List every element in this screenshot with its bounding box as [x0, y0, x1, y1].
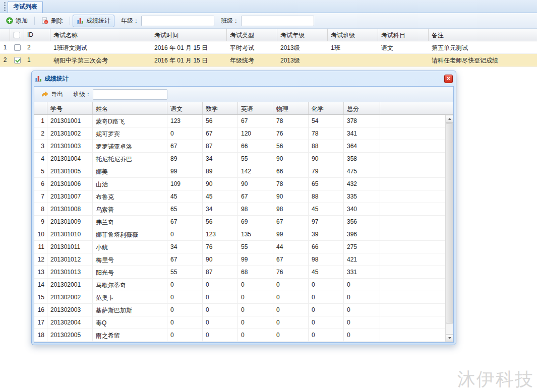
dialog-class-combo-input[interactable] — [93, 90, 167, 99]
cell-physics: 56 — [273, 140, 309, 152]
cell-exam-grade: 2013级 — [277, 41, 328, 53]
grade-label: 年级： — [121, 17, 139, 25]
table-row[interactable]: 1 201301001 蒙奇D路飞 123 56 67 78 54 378 — [34, 115, 445, 127]
close-icon[interactable]: × — [444, 75, 453, 83]
cell-filler — [380, 241, 445, 253]
add-button[interactable]: 添加 — [2, 15, 32, 27]
cell-total: 0 — [344, 329, 380, 341]
cell-chemistry: 0 — [309, 304, 344, 316]
row-checkbox[interactable] — [14, 44, 21, 51]
column-header-exam-name[interactable]: 考试名称 — [50, 29, 151, 41]
cell-chinese: 45 — [167, 190, 203, 203]
column-header-remark[interactable]: 备注 — [429, 29, 537, 41]
column-header-student-id[interactable]: 学号 — [47, 102, 93, 114]
cell-student-id: 201301012 — [47, 253, 93, 266]
table-row[interactable]: 19 201302006 — [34, 342, 445, 342]
table-row[interactable]: 11 201301011 小鱿 34 76 55 44 66 275 — [34, 241, 445, 253]
scroll-up-button[interactable] — [446, 115, 453, 123]
export-button-label: 导出 — [51, 90, 63, 99]
row-checkbox-cell[interactable] — [10, 54, 24, 66]
cell-physics: 44 — [273, 241, 309, 253]
exam-grid: ID 考试名称 考试时间 考试类型 考试年级 考试班级 考试科目 备注 1 2 … — [0, 29, 537, 67]
drag-handle-icon[interactable] — [2, 2, 7, 12]
column-header-total[interactable]: 总分 — [344, 102, 380, 114]
table-row[interactable]: 9 201301009 弗兰奇 67 56 69 67 97 356 — [34, 216, 445, 228]
cell-student-id: 201302001 — [47, 279, 93, 291]
column-header-student-name[interactable]: 姓名 — [93, 102, 167, 114]
table-row[interactable]: 16 201302003 基萨斯巴加斯 0 0 0 0 0 0 — [34, 304, 445, 316]
column-header-math[interactable]: 数学 — [203, 102, 238, 114]
cell-math: 87 — [203, 140, 238, 152]
table-row[interactable]: 1 2 1班语文测试 2016 年 01 月 15 日 平时考试 2013级 1… — [0, 41, 537, 54]
cell-math: 0 — [203, 279, 238, 291]
column-header-exam-grade[interactable]: 考试年级 — [277, 29, 328, 41]
cell-math: 0 — [203, 329, 238, 341]
cell-filler — [380, 127, 445, 140]
scroll-down-button[interactable] — [446, 334, 453, 342]
select-all-checkbox[interactable] — [14, 32, 20, 38]
cell-physics: 76 — [273, 127, 309, 140]
table-row[interactable]: 17 201302004 毒Q 0 0 0 0 0 0 — [34, 316, 445, 329]
table-row[interactable]: 12 201301012 梅里号 67 90 99 67 98 421 — [34, 253, 445, 266]
cell-exam-subject: 语文 — [378, 41, 429, 53]
cell-math: 76 — [203, 241, 238, 253]
column-header-physics[interactable]: 物理 — [273, 102, 309, 114]
cell-physics: 0 — [273, 279, 309, 291]
delete-button[interactable]: 删除 — [37, 15, 67, 27]
table-row[interactable]: 7 201301007 布鲁克 45 45 67 90 88 335 — [34, 190, 445, 203]
arrow-down-icon — [448, 337, 451, 339]
column-header-select-all[interactable] — [10, 29, 24, 41]
table-row[interactable]: 4 201301004 托尼托尼乔巴 89 34 55 90 90 358 — [34, 153, 445, 165]
export-button[interactable]: 导出 — [37, 88, 67, 101]
score-stats-button[interactable]: 成绩统计 — [73, 15, 114, 27]
exam-list-page: 考试列表 添加 删除 成绩统计 年级： 班级： — [0, 0, 537, 392]
cell-filler — [380, 291, 445, 303]
watermark: 沐伊科技 — [457, 367, 534, 392]
table-row[interactable]: 5 201301005 娜美 99 89 142 66 79 475 — [34, 165, 445, 178]
column-header-chemistry[interactable]: 化学 — [309, 102, 344, 114]
cell-physics — [273, 342, 309, 342]
cell-english: 0 — [238, 291, 273, 303]
row-number: 16 — [34, 304, 47, 316]
table-row[interactable]: 2 1 朝阳中学第三次会考 2016 年 01 月 15 日 年级统考 2013… — [0, 54, 537, 67]
cell-filler — [380, 304, 445, 316]
score-grid-rows: 1 201301001 蒙奇D路飞 123 56 67 78 54 378 — [34, 115, 453, 342]
row-number: 12 — [34, 253, 47, 266]
row-checkbox-cell[interactable] — [10, 41, 24, 53]
row-checkbox[interactable] — [14, 57, 21, 63]
table-row[interactable]: 6 201301006 山治 109 90 90 78 65 432 — [34, 178, 445, 190]
vertical-scrollbar[interactable] — [445, 115, 453, 342]
table-row[interactable]: 8 201301008 乌索普 65 34 98 98 45 340 — [34, 203, 445, 216]
table-row[interactable]: 2 201301002 妮可罗宾 0 67 120 76 78 341 — [34, 127, 445, 140]
scrollbar-thumb[interactable] — [446, 123, 453, 323]
row-number: 11 — [34, 241, 47, 253]
table-row[interactable]: 14 201302001 马歇尔蒂奇 0 0 0 0 0 0 — [34, 279, 445, 291]
tab-exam-list[interactable]: 考试列表 — [8, 1, 43, 13]
column-header-chinese[interactable]: 语文 — [167, 102, 203, 114]
table-row[interactable]: 10 201301010 娜菲鲁塔利薇薇 0 123 135 99 39 396 — [34, 228, 445, 241]
column-header-exam-time[interactable]: 考试时间 — [151, 29, 227, 41]
grade-combo[interactable] — [141, 16, 214, 26]
column-header-exam-type[interactable]: 考试类型 — [227, 29, 277, 41]
cell-student-id: 201302002 — [47, 291, 93, 303]
table-row[interactable]: 18 201302005 雨之希留 0 0 0 0 0 0 — [34, 329, 445, 342]
column-header-exam-subject[interactable]: 考试科目 — [378, 29, 429, 41]
column-header-id[interactable]: ID — [24, 29, 50, 41]
cell-chinese: 67 — [167, 253, 203, 266]
cell-student-id: 201302003 — [47, 304, 93, 316]
dialog-header[interactable]: 成绩统计 × — [34, 73, 454, 84]
table-row[interactable]: 3 201301003 罗罗诺亚卓洛 67 87 66 56 88 364 — [34, 140, 445, 153]
tab-strip: 考试列表 — [0, 0, 537, 13]
column-header-filler — [380, 102, 445, 114]
column-header-exam-class[interactable]: 考试班级 — [328, 29, 378, 41]
column-header-english[interactable]: 英语 — [238, 102, 273, 114]
class-combo[interactable] — [241, 16, 314, 26]
table-row[interactable]: 13 201301013 阳光号 55 87 68 76 45 331 — [34, 266, 445, 279]
grade-combo-input[interactable] — [142, 16, 214, 26]
dialog-class-combo[interactable] — [93, 89, 167, 100]
class-combo-input[interactable] — [242, 16, 314, 26]
cell-total: 475 — [344, 165, 380, 177]
table-row[interactable]: 15 201302002 范奥卡 0 0 0 0 0 0 — [34, 291, 445, 304]
cell-english: 67 — [238, 115, 273, 127]
score-grid: 学号 姓名 语文 数学 英语 物理 化学 总分 1 201301001 — [34, 102, 453, 342]
